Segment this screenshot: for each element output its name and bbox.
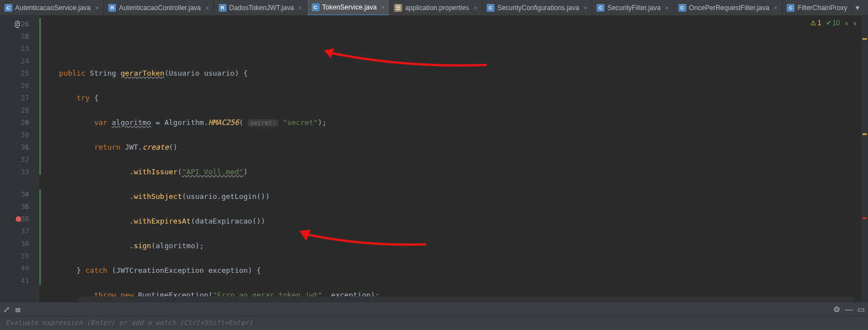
tab-label: DadosTokenJWT.java [229, 4, 294, 12]
fold-marker-icon[interactable]: ⊟ [25, 30, 28, 43]
expand-icon[interactable]: ⤢ [3, 305, 10, 314]
tab-label: FilterChainProxy [797, 4, 847, 12]
java-class-icon: C [312, 3, 320, 11]
java-record-icon: R [219, 4, 227, 12]
java-class-icon: C [4, 4, 12, 12]
close-icon[interactable]: × [774, 4, 777, 11]
editor-tabs-bar: C AutenticacaoService.java × R Autentica… [0, 0, 868, 16]
breakpoint-icon[interactable] [16, 216, 21, 222]
close-icon[interactable]: × [665, 4, 668, 11]
tabs-menu-icon[interactable]: ⋮ [863, 2, 868, 13]
warning-marker[interactable] [862, 133, 867, 135]
error-marker[interactable] [862, 217, 867, 219]
fold-marker-icon[interactable]: ⊟ [25, 201, 28, 213]
tab-dadostokenjwt[interactable]: R DadosTokenJWT.java × [214, 0, 307, 16]
tab-application-properties[interactable]: ☰ application.properties × [390, 0, 482, 16]
vcs-change-marker [39, 189, 41, 285]
close-icon[interactable]: × [95, 4, 99, 11]
line-number: 38 [21, 239, 29, 248]
editor-area: ⚠ 1 ✔ 10 ∧ ∨ @21⊟ 22⊟ 23 24 25 26 27 28 … [0, 16, 868, 302]
warning-marker[interactable] [862, 38, 867, 40]
layout-icon[interactable]: ▭ [857, 305, 865, 314]
line-number: 23 [21, 44, 29, 53]
tab-filter-chain-proxy[interactable]: C FilterChainProxy [782, 0, 852, 16]
java-class-icon: C [787, 4, 795, 12]
tab-autenticacao-service[interactable]: C AutenticacaoService.java × [0, 0, 104, 16]
line-number: 27 [21, 94, 29, 102]
close-icon[interactable]: × [205, 4, 209, 11]
error-stripe[interactable] [861, 16, 868, 302]
line-number: 28 [21, 106, 29, 114]
vcs-change-marker [39, 18, 41, 175]
properties-file-icon: ☰ [394, 4, 402, 12]
line-number: 30 [21, 131, 29, 139]
gutter[interactable]: @21⊟ 22⊟ 23 24 25 26 27 28 29⊟ 30 31⊟ 32… [0, 16, 39, 302]
tab-tokenservice[interactable]: C TokenService.java × [307, 0, 390, 16]
ok-badge[interactable]: ✔ 10 [826, 19, 840, 27]
collapse-icon[interactable]: ≣ [15, 305, 21, 314]
line-number: 24 [21, 57, 29, 65]
close-icon[interactable]: × [381, 4, 385, 11]
close-icon[interactable]: × [298, 4, 302, 11]
line-number: 41 [21, 276, 29, 285]
line-number: 39 [21, 252, 29, 260]
annotation-icon: @ [15, 18, 20, 30]
tab-label: SecurityConfigurations.java [497, 4, 579, 12]
java-class-icon: C [487, 4, 495, 12]
line-number: 40 [21, 264, 29, 272]
line-number: 32 [21, 155, 29, 164]
settings-icon[interactable]: ⚙ [833, 305, 841, 314]
tab-label: application.properties [405, 4, 469, 12]
java-class-icon: C [597, 4, 604, 12]
line-number: 26 [21, 81, 29, 90]
close-icon[interactable]: × [473, 4, 477, 11]
prev-highlight-icon[interactable]: ∧ [844, 20, 848, 26]
tab-security-filter[interactable]: C SecurityFilter.java × [592, 0, 673, 16]
tab-label: AutenticacaoController.java [119, 4, 201, 12]
fold-marker-icon[interactable]: ⊟ [25, 117, 28, 129]
code-editor[interactable]: 1 usage Washington Antunes public String… [39, 16, 861, 302]
tab-label: AutenticacaoService.java [15, 4, 91, 12]
fold-marker-icon[interactable]: ⊟ [25, 18, 28, 30]
next-highlight-icon[interactable]: ∨ [853, 20, 857, 26]
close-icon[interactable]: × [584, 4, 587, 11]
tab-label: OncePerRequestFilter.java [689, 4, 769, 12]
usage-hint[interactable]: 1 usage Washington Antunes [53, 16, 156, 19]
horizontal-scrollbar[interactable] [79, 296, 855, 302]
warning-badge[interactable]: ⚠ 1 [810, 19, 821, 27]
java-class-icon: C [678, 4, 686, 12]
debug-toolbar: ⤢ ≣ ⚙ — ▭ [0, 303, 868, 316]
java-class-icon: R [108, 4, 116, 12]
hide-icon[interactable]: — [845, 305, 853, 314]
line-number: 33 [21, 168, 29, 176]
line-number: 37 [21, 227, 29, 235]
tab-autenticacao-controller[interactable]: R AutenticacaoController.java × [104, 0, 214, 16]
tab-once-per-request-filter[interactable]: C OncePerRequestFilter.java × [674, 0, 783, 16]
inspection-status-bar[interactable]: ⚠ 1 ✔ 10 ∧ ∨ [810, 19, 857, 27]
tab-label: TokenService.java [322, 3, 377, 11]
debug-tool-window: ⤢ ≣ ⚙ — ▭ Evaluate expression (Enter) or… [0, 302, 868, 330]
evaluate-expression-input[interactable]: Evaluate expression (Enter) or add a wat… [0, 316, 868, 329]
tab-security-configurations[interactable]: C SecurityConfigurations.java × [482, 0, 593, 16]
tabs-dropdown-icon[interactable]: ▾ [852, 3, 863, 12]
line-number: 25 [21, 69, 29, 77]
fold-marker-icon[interactable]: ⊟ [25, 141, 28, 154]
tab-label: SecurityFilter.java [607, 4, 661, 12]
fold-marker-icon[interactable]: ⊟ [25, 188, 28, 201]
line-number: 36 [21, 215, 29, 223]
